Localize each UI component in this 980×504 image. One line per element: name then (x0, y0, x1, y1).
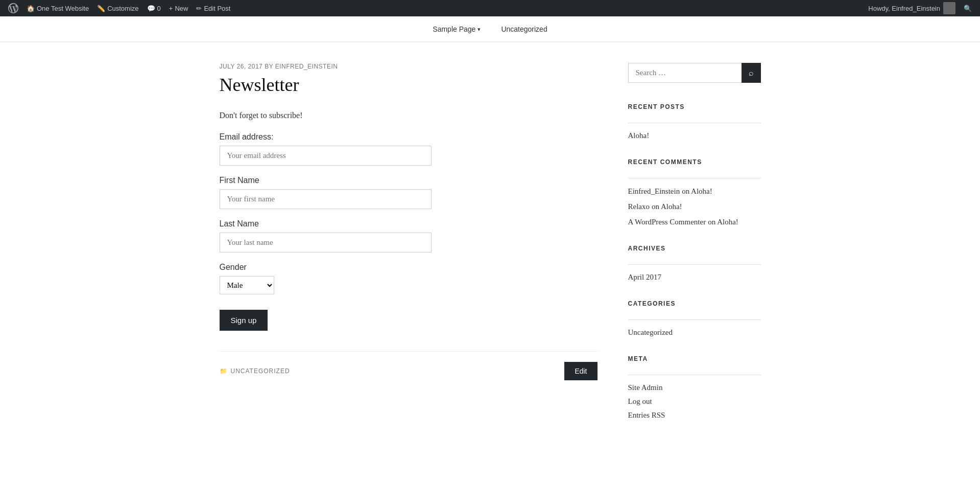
post-footer: 📁 UNCATEGORIZED Edit (220, 351, 597, 380)
recent-comments-divider (628, 178, 761, 178)
archives-divider (628, 264, 761, 265)
categories-section: CATEGORIES Uncategorized (628, 300, 761, 337)
sidebar-search: ⌕ (628, 63, 761, 83)
admin-search-button[interactable]: 🔍 (960, 0, 976, 16)
customize-icon: ✏️ (97, 5, 105, 12)
comment-item-1: Einfred_Einstein on Aloha! (628, 187, 761, 196)
comment-author-link-2[interactable]: Relaxo (628, 202, 650, 211)
admin-bar: 🏠 One Test Website ✏️ Customize 💬 0 + Ne… (0, 0, 980, 16)
comment-item-2: Relaxo on Aloha! (628, 202, 761, 211)
comment-author-link-1[interactable]: Einfred_Einstein (628, 187, 680, 195)
category-uncategorized[interactable]: Uncategorized (628, 328, 761, 337)
edit-post-button[interactable]: ✏ Edit Post (192, 0, 234, 16)
wp-logo-button[interactable] (4, 0, 22, 16)
recent-comments-section: RECENT COMMENTS Einfred_Einstein on Aloh… (628, 158, 761, 226)
home-icon: 🏠 (27, 5, 35, 12)
firstname-input[interactable] (220, 189, 432, 209)
edit-icon: ✏ (196, 5, 202, 12)
recent-comments-title: RECENT COMMENTS (628, 158, 761, 170)
newsletter-form: Email address: First Name Last Name Gend… (220, 132, 597, 331)
new-button[interactable]: + New (165, 0, 193, 16)
content-area: JULY 26, 2017 BY EINFRED_EINSTEIN Newsle… (209, 42, 771, 459)
meta-site-admin[interactable]: Site Admin (628, 383, 761, 392)
site-header: Sample Page ▾ Uncategorized (0, 16, 980, 42)
post-category: 📁 UNCATEGORIZED (220, 368, 290, 375)
search-input[interactable] (628, 63, 742, 83)
edit-button[interactable]: Edit (564, 362, 597, 380)
avatar (943, 2, 955, 14)
meta-divider (628, 375, 761, 375)
comments-button[interactable]: 💬 0 (143, 0, 165, 16)
gender-form-group: Gender Male Female (220, 263, 597, 294)
categories-divider (628, 319, 761, 320)
archives-title: ARCHIVES (628, 245, 761, 256)
sidebar: ⌕ RECENT POSTS Aloha! RECENT COMMENTS Ei… (628, 63, 761, 438)
post-meta: JULY 26, 2017 BY EINFRED_EINSTEIN (220, 63, 597, 70)
admin-bar-right: Howdy, Einfred_Einstein 🔍 (864, 0, 976, 16)
firstname-label: First Name (220, 176, 597, 185)
recent-posts-section: RECENT POSTS Aloha! (628, 103, 761, 140)
folder-icon: 📁 (220, 368, 228, 375)
nav-sample-page[interactable]: Sample Page ▾ (422, 17, 491, 41)
meta-title: META (628, 355, 761, 366)
search-button[interactable]: ⌕ (742, 63, 761, 83)
comment-post-link-2[interactable]: Aloha! (661, 202, 682, 211)
main-content: JULY 26, 2017 BY EINFRED_EINSTEIN Newsle… (220, 63, 597, 438)
comment-post-link-1[interactable]: Aloha! (691, 187, 712, 195)
lastname-label: Last Name (220, 219, 597, 228)
meta-log-out[interactable]: Log out (628, 397, 761, 406)
lastname-input[interactable] (220, 233, 432, 253)
archive-april-2017[interactable]: April 2017 (628, 273, 761, 282)
recent-post-aloha[interactable]: Aloha! (628, 131, 761, 140)
signup-button[interactable]: Sign up (220, 310, 268, 331)
post-author-link[interactable]: EINFRED_EINSTEIN (275, 63, 338, 70)
customize-button[interactable]: ✏️ Customize (93, 0, 142, 16)
chevron-down-icon: ▾ (477, 26, 481, 33)
main-navigation: Sample Page ▾ Uncategorized (0, 16, 980, 42)
comment-item-3: A WordPress Commenter on Aloha! (628, 217, 761, 226)
new-icon: + (169, 5, 173, 12)
meta-section: META Site Admin Log out Entries RSS (628, 355, 761, 420)
firstname-form-group: First Name (220, 176, 597, 209)
search-icon: 🔍 (964, 5, 972, 12)
comment-icon: 💬 (147, 5, 155, 12)
post-title: Newsletter (220, 74, 597, 96)
email-input[interactable] (220, 146, 432, 166)
site-name-button[interactable]: 🏠 One Test Website (22, 0, 93, 16)
nav-uncategorized[interactable]: Uncategorized (491, 17, 557, 41)
recent-posts-divider (628, 123, 761, 123)
search-icon: ⌕ (749, 68, 754, 78)
post-content: Don't forget to subscribe! Email address… (220, 108, 597, 331)
comment-author-link-3[interactable]: A WordPress Commenter (628, 218, 706, 226)
comment-post-link-3[interactable]: Aloha! (717, 218, 738, 226)
archives-section: ARCHIVES April 2017 (628, 245, 761, 282)
recent-posts-title: RECENT POSTS (628, 103, 761, 114)
gender-label: Gender (220, 263, 597, 272)
email-form-group: Email address: (220, 132, 597, 166)
email-label: Email address: (220, 132, 597, 142)
user-greeting[interactable]: Howdy, Einfred_Einstein (864, 0, 960, 16)
meta-entries-rss[interactable]: Entries RSS (628, 411, 761, 420)
gender-select[interactable]: Male Female (220, 276, 274, 294)
lastname-form-group: Last Name (220, 219, 597, 253)
categories-title: CATEGORIES (628, 300, 761, 311)
